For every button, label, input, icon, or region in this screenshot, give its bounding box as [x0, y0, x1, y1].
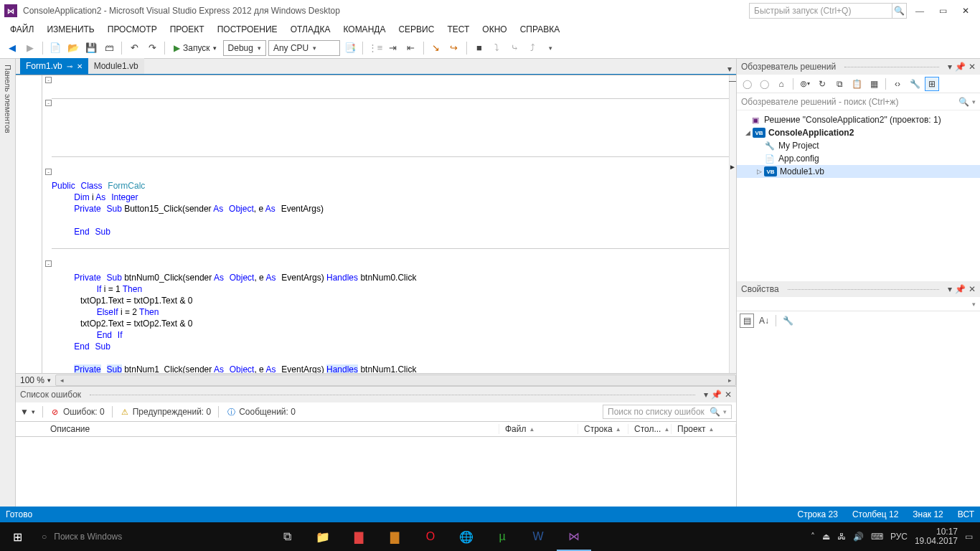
menu-edit[interactable]: ИЗМЕНИТЬ	[41, 23, 100, 36]
errorlist-dropdown-icon[interactable]: ▾	[704, 390, 708, 400]
props-pages-icon[interactable]: 🔧	[781, 314, 795, 328]
filter-button[interactable]: ▼▾	[20, 407, 35, 417]
sx-pin-icon[interactable]: 📌	[955, 62, 966, 72]
toolbar-btn-a[interactable]: 📑	[342, 40, 358, 56]
error-grid-header[interactable]: Описание Файл▲ Строка▲ Стол...▲ Проект▲	[16, 421, 736, 437]
menu-service[interactable]: СЕРВИС	[392, 23, 440, 36]
sx-refresh-icon[interactable]: ↻	[815, 77, 829, 91]
props-combo[interactable]: ▾	[737, 297, 980, 311]
sx-fwd-icon[interactable]: ◯	[757, 77, 771, 91]
outline-toggle[interactable]: -	[45, 100, 52, 106]
sx-sync-icon[interactable]: ⊚▾	[798, 77, 812, 91]
menu-team[interactable]: КОМАНДА	[337, 23, 391, 36]
menu-view[interactable]: ПРОСМОТР	[102, 23, 163, 36]
tray-notifications-icon[interactable]: ▭	[965, 532, 973, 542]
props-alpha-icon[interactable]: A↓	[757, 314, 771, 328]
sx-search-input[interactable]: Обозревателе решений - поиск (Ctrl+ж) 🔍▾	[737, 93, 980, 110]
step-icon-1[interactable]: ↘	[428, 40, 444, 56]
save-icon[interactable]: 💾	[83, 40, 99, 56]
quick-launch-search-icon[interactable]: 🔍	[892, 3, 907, 19]
menu-project[interactable]: ПРОЕКТ	[164, 23, 210, 36]
props-categorized-icon[interactable]: ▤	[740, 314, 754, 328]
close-tab-icon[interactable]: ✕	[77, 62, 83, 70]
opera-icon[interactable]: O	[413, 522, 448, 551]
step-into-icon[interactable]: ⤷	[507, 40, 523, 56]
project-node[interactable]: ConsoleApplication2	[768, 128, 854, 138]
outline-toggle[interactable]: -	[45, 169, 52, 175]
sx-properties-icon[interactable]: 🔧	[908, 77, 922, 91]
quick-launch-input[interactable]: Быстрый запуск (Ctrl+Q)	[749, 3, 892, 19]
zoom-combo[interactable]: 100 %▾	[16, 375, 55, 385]
app-icon-red[interactable]: ▇	[341, 522, 376, 551]
menu-help[interactable]: СПРАВКА	[514, 23, 566, 36]
menu-build[interactable]: ПОСТРОЕНИЕ	[212, 23, 283, 36]
sx-back-icon[interactable]: ◯	[740, 77, 754, 91]
menu-debug[interactable]: ОТЛАДКА	[285, 23, 336, 36]
toolbox-autohide-tab[interactable]: Панель элементов	[0, 59, 16, 522]
tray-network-icon[interactable]: 🖧	[837, 532, 846, 542]
nav-fwd-button[interactable]: ▶	[22, 40, 38, 56]
errorlist-pin-icon[interactable]: 📌	[711, 390, 722, 400]
sx-home-icon[interactable]: ⌂	[774, 77, 788, 91]
expand-arrow-icon[interactable]: ◢	[743, 129, 753, 136]
nav-back-button[interactable]: ◀	[4, 40, 20, 56]
myproject-node[interactable]: My Project	[778, 141, 819, 151]
vs-task-icon[interactable]: ⋈	[557, 522, 591, 551]
expand-arrow-icon[interactable]: ▷	[754, 168, 764, 175]
props-dropdown-icon[interactable]: ▾	[948, 284, 952, 294]
tray-lang[interactable]: РУС	[890, 532, 908, 542]
sx-close-icon[interactable]: ✕	[969, 62, 976, 72]
props-pin-icon[interactable]: 📌	[955, 284, 966, 294]
outline-toggle[interactable]: -	[45, 260, 52, 267]
tab-module1[interactable]: Module1.vb	[88, 58, 144, 74]
stop-icon[interactable]: ■	[471, 40, 487, 56]
config-combo[interactable]: Debug▾	[223, 40, 266, 56]
step-over-icon[interactable]: ⤵	[489, 40, 505, 56]
menu-file[interactable]: ФАЙЛ	[4, 23, 39, 36]
appconfig-node[interactable]: App.config	[778, 154, 819, 164]
props-close-icon[interactable]: ✕	[969, 284, 976, 294]
tray-clock[interactable]: 10:17 19.04.2017	[915, 527, 958, 546]
sx-showall-icon[interactable]: ▦	[867, 77, 881, 91]
errors-filter[interactable]: ⊘Ошибок: 0	[50, 407, 105, 417]
warnings-filter[interactable]: ⚠Предупреждений: 0	[120, 407, 212, 417]
errorlist-close-icon[interactable]: ✕	[725, 390, 732, 400]
sx-code-icon[interactable]: ‹›	[890, 77, 905, 91]
pin-icon[interactable]: ⊸	[67, 62, 72, 70]
maximize-button[interactable]: ▭	[933, 3, 953, 19]
module-node[interactable]: Module1.vb	[780, 166, 824, 176]
comment-icon[interactable]: ⋮≡	[367, 40, 383, 56]
step-out-icon[interactable]: ⤴	[525, 40, 541, 56]
toolbar-overflow[interactable]: ▾	[543, 40, 559, 56]
tray-up-icon[interactable]: ˄	[811, 532, 815, 542]
save-all-icon[interactable]: 🗃	[101, 40, 117, 56]
sx-dropdown-icon[interactable]: ▾	[948, 62, 952, 72]
solution-node[interactable]: Решение "ConsoleApplication2" (проектов:…	[764, 115, 941, 125]
start-button[interactable]: ⊞	[0, 522, 34, 551]
explorer-icon[interactable]: 📁	[306, 522, 340, 551]
code-tracker[interactable]: — ► +	[729, 75, 736, 373]
menu-window[interactable]: ОКНО	[476, 23, 512, 36]
tabs-dropdown-icon[interactable]: ▾	[723, 64, 736, 74]
close-button[interactable]: ✕	[956, 3, 976, 19]
tab-form1[interactable]: Form1.vb ⊸ ✕	[20, 58, 88, 74]
new-project-icon[interactable]: 📄	[47, 40, 63, 56]
minimize-button[interactable]: —	[910, 3, 930, 19]
errorlist-search-input[interactable]: Поиск по списку ошибок🔍▾	[603, 405, 732, 419]
tray-keyboard-icon[interactable]: ⌨	[871, 532, 883, 542]
taskbar-search-input[interactable]: ○Поиск в Windows	[34, 522, 264, 551]
indent-icon[interactable]: ⇥	[385, 40, 401, 56]
code-editor[interactable]: - - - - Public Class FormCalc Dim i As I…	[16, 75, 736, 386]
redo-icon[interactable]: ↷	[144, 40, 160, 56]
solution-tree[interactable]: ▣ Решение "ConsoleApplication2" (проекто…	[737, 110, 980, 181]
open-icon[interactable]: 📂	[65, 40, 81, 56]
app-icon-media[interactable]: ▇	[377, 522, 412, 551]
utorrent-icon[interactable]: µ	[485, 522, 519, 551]
tray-safely-remove-icon[interactable]: ⏏	[822, 532, 830, 542]
outdent-icon[interactable]: ⇤	[403, 40, 419, 56]
undo-icon[interactable]: ↶	[126, 40, 142, 56]
messages-filter[interactable]: ⓘСообщений: 0	[226, 407, 296, 417]
editor-hscrollbar[interactable]: ◂▸	[55, 375, 736, 386]
menu-test[interactable]: ТЕСТ	[441, 23, 475, 36]
sx-copy-icon[interactable]: 📋	[849, 77, 864, 91]
